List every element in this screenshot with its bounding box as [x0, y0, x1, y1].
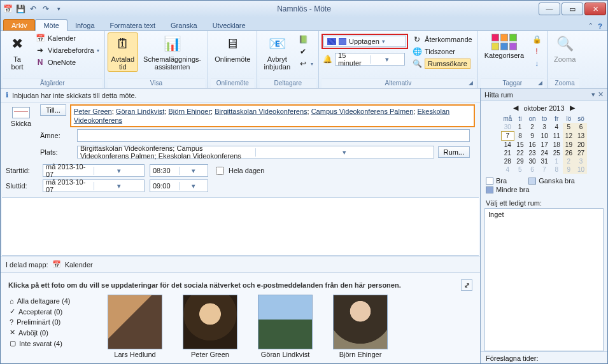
- calendar-day[interactable]: 8: [551, 165, 563, 174]
- reminder-dropdown[interactable]: 🔔 15 minuter▾: [322, 52, 408, 67]
- list-declined[interactable]: ✕Avböjt (0): [10, 327, 97, 338]
- list-accepted[interactable]: ✓Accepterat (0): [10, 306, 97, 317]
- calendar-day[interactable]: 16: [526, 141, 538, 150]
- calendar-day[interactable]: 2: [563, 157, 575, 165]
- calendar-day[interactable]: 10: [539, 132, 551, 141]
- calendar-day[interactable]: 4: [501, 165, 514, 174]
- calendar-day[interactable]: 1: [551, 157, 563, 165]
- options-dialog-launcher-icon[interactable]: ◢: [469, 80, 473, 86]
- timezones-button[interactable]: 🌐Tidszoner: [409, 46, 475, 57]
- available-rooms-list[interactable]: Inget: [484, 208, 604, 351]
- calendar-day[interactable]: 9: [563, 165, 575, 174]
- next-month-icon[interactable]: ▶: [570, 104, 575, 112]
- delete-button[interactable]: ✖ Ta bort: [3, 32, 31, 72]
- pane-close-icon[interactable]: ✕: [598, 90, 604, 99]
- attendee-link[interactable]: Björn Ehinger: [168, 108, 211, 115]
- calendar-day[interactable]: 9: [526, 132, 538, 141]
- end-date-input[interactable]: må 2013-10-07▾: [43, 179, 145, 192]
- calendar-day[interactable]: 2: [526, 123, 538, 132]
- rooms-button[interactable]: Rum...: [438, 146, 470, 158]
- calendar-day[interactable]: 25: [551, 149, 563, 157]
- calendar-day[interactable]: 15: [514, 141, 526, 150]
- calendar-day[interactable]: 28: [501, 157, 514, 165]
- address-book-button[interactable]: 📗: [295, 34, 316, 45]
- calendar-day[interactable]: 27: [575, 149, 587, 157]
- categorize-button[interactable]: Kategorisera: [481, 32, 528, 60]
- calendar-day[interactable]: 10: [575, 165, 587, 174]
- calendar-day[interactable]: 7: [539, 165, 551, 174]
- tab-meeting[interactable]: Möte: [35, 19, 67, 31]
- calendar-day[interactable]: 1: [514, 123, 526, 132]
- importance-low-button[interactable]: ↓: [529, 58, 544, 69]
- qat-save-icon[interactable]: 💾: [15, 3, 26, 15]
- attendee-link[interactable]: Birgittaskolan Videokonferens: [215, 108, 307, 115]
- body-editor[interactable]: [2, 197, 479, 256]
- calendar-day[interactable]: 11: [551, 132, 563, 141]
- date-picker[interactable]: måtiontofrlösö30123456789101112131415161…: [501, 115, 587, 174]
- tags-dialog-launcher-icon[interactable]: ◢: [538, 80, 542, 86]
- calendar-day[interactable]: 30: [526, 157, 538, 165]
- person-card[interactable]: Björn Ehinger: [333, 295, 388, 358]
- room-finder-button[interactable]: 🔍Rumssökare: [409, 58, 475, 69]
- calendar-day[interactable]: 24: [539, 149, 551, 157]
- list-all[interactable]: ⌂Alla deltagare (4): [10, 296, 97, 306]
- calendar-day[interactable]: 22: [514, 149, 526, 157]
- calendar-day[interactable]: 23: [526, 149, 538, 157]
- attendee-link[interactable]: Campus Videokonferens Palmen: [311, 108, 414, 115]
- pane-dropdown-icon[interactable]: ▾: [591, 90, 595, 99]
- calendar-button[interactable]: 📅Kalender: [32, 32, 102, 44]
- attendee-link[interactable]: Göran Lindkvist: [116, 108, 164, 115]
- calendar-day[interactable]: 5: [514, 165, 526, 174]
- forward-button[interactable]: ➜Vidarebefordra ▾: [32, 45, 102, 56]
- importance-high-button[interactable]: !: [529, 46, 544, 57]
- scheduling-button[interactable]: 📊 Schemaläggnings- assistenten: [139, 32, 205, 72]
- calendar-day[interactable]: 29: [514, 157, 526, 165]
- calendar-day[interactable]: 6: [575, 123, 587, 132]
- attendee-link[interactable]: Peter Green: [74, 108, 112, 115]
- subject-input[interactable]: [77, 129, 470, 142]
- send-button[interactable]: Skicka: [6, 104, 36, 130]
- tab-review[interactable]: Granska: [163, 20, 205, 31]
- calendar-day[interactable]: 8: [514, 132, 526, 141]
- calendar-day[interactable]: 7: [501, 132, 514, 141]
- calendar-day[interactable]: 13: [575, 132, 587, 141]
- qat-undo-icon[interactable]: ↶: [27, 3, 39, 15]
- tab-insert[interactable]: Infoga: [67, 20, 103, 31]
- max-button[interactable]: ▭: [562, 3, 583, 15]
- list-noresponse[interactable]: ▢Inte svarat (4): [10, 338, 97, 349]
- attendees-box[interactable]: Peter Green; Göran Lindkvist; Björn Ehin…: [70, 104, 475, 127]
- show-as-dropdown[interactable]: Upptagen ▾: [323, 36, 406, 47]
- tab-developer[interactable]: Utvecklare: [205, 20, 253, 31]
- calendar-day[interactable]: 4: [551, 123, 563, 132]
- calendar-day[interactable]: 12: [563, 132, 575, 141]
- list-tentative[interactable]: ?Preliminärt (0): [10, 317, 97, 327]
- recurrence-button[interactable]: ↻Återkommande: [409, 34, 475, 45]
- tab-format[interactable]: Formatera text: [103, 20, 164, 31]
- calendar-day[interactable]: 5: [563, 123, 575, 132]
- cancel-invite-button[interactable]: 📧 Avbryt inbjudan: [260, 32, 294, 72]
- calendar-day[interactable]: 3: [575, 157, 587, 165]
- calendar-day[interactable]: 31: [539, 157, 551, 165]
- online-meeting-button[interactable]: 🖥 Onlinemöte: [211, 32, 254, 64]
- qat-redo-icon[interactable]: ↷: [40, 3, 52, 15]
- calendar-day[interactable]: 21: [501, 149, 514, 157]
- person-card[interactable]: Peter Green: [183, 295, 237, 358]
- person-card[interactable]: Lars Hedlund: [108, 295, 162, 358]
- calendar-day[interactable]: 30: [501, 123, 514, 132]
- tab-file[interactable]: Arkiv: [3, 19, 35, 31]
- calendar-day[interactable]: 26: [563, 149, 575, 157]
- end-time-input[interactable]: 09:00▾: [150, 179, 208, 192]
- zoom-button[interactable]: 🔍 Zooma: [550, 32, 579, 64]
- person-card[interactable]: Göran Lindkvist: [258, 295, 313, 358]
- ribbon-minimize-icon[interactable]: ˄: [589, 22, 593, 31]
- response-options-button[interactable]: ↩▾: [295, 58, 316, 69]
- close-button[interactable]: ✕: [584, 3, 606, 15]
- qat-more-icon[interactable]: ▾: [53, 3, 64, 15]
- onenote-button[interactable]: NOneNote: [32, 57, 102, 68]
- calendar-day[interactable]: 6: [526, 165, 538, 174]
- private-button[interactable]: 🔒: [529, 34, 544, 45]
- location-input[interactable]: Birgittaskolan Videokonferens; Campus Vi…: [77, 146, 434, 158]
- calendar-day[interactable]: 14: [501, 141, 514, 150]
- calendar-day[interactable]: 18: [551, 141, 563, 150]
- prev-month-icon[interactable]: ◀: [513, 104, 518, 112]
